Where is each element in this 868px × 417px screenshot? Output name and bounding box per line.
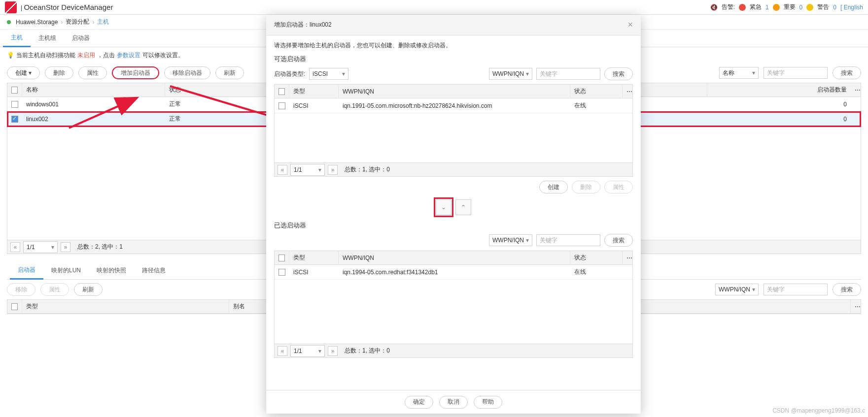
available-title: 可选启动器	[274, 55, 633, 64]
search-button[interactable]: 搜索	[833, 66, 861, 79]
select-all-checkbox[interactable]	[11, 87, 18, 94]
remove-initiator-button[interactable]: 移除启动器	[164, 66, 210, 79]
detail-search-button[interactable]: 搜索	[833, 283, 861, 296]
status-dot-icon	[7, 20, 11, 24]
modal-props-button[interactable]: 属性	[604, 181, 633, 193]
detail-props-button[interactable]: 属性	[40, 283, 69, 296]
col-name[interactable]: 名称	[22, 83, 165, 97]
page-last-button[interactable]: »	[328, 346, 338, 356]
lang-switch[interactable]: [ English	[840, 4, 863, 11]
crumb-lvl2[interactable]: 主机	[97, 18, 109, 26]
critical-label: 紧急	[750, 3, 762, 11]
avail-filter-select[interactable]: WWPN/IQN▾	[489, 68, 532, 80]
dialog-desc: 请选择要增加给主机的启动器，您也可以创建、删除或修改启动器。	[274, 41, 633, 50]
page-first-button[interactable]: «	[278, 165, 287, 175]
crumb-lvl1[interactable]: 资源分配	[66, 18, 89, 26]
selected-title: 已选启动器	[274, 221, 633, 230]
delete-button[interactable]: 删除	[45, 66, 73, 79]
tab-host[interactable]: 主机	[3, 30, 31, 47]
detail-refresh-button[interactable]: 刷新	[74, 283, 103, 296]
tab-detail-path[interactable]: 路径信息	[134, 262, 174, 280]
row-checkbox[interactable]	[11, 101, 18, 108]
select-all-checkbox[interactable]	[11, 303, 18, 310]
col-type[interactable]: 类型	[22, 300, 229, 314]
sel-filter-input[interactable]: 关键字	[536, 234, 600, 246]
tab-detail-snap[interactable]: 映射的快照	[89, 262, 134, 280]
col-menu-icon[interactable]: ⋯	[623, 85, 632, 98]
col-menu-icon[interactable]: ⋯	[851, 83, 861, 97]
dialog-header: 增加启动器：linux002 ×	[266, 15, 641, 35]
selected-grid: 类型 WWPN/IQN 状态 ⋯ iSCSI iqn.1994-05.com.r…	[274, 251, 633, 358]
avail-search-button[interactable]: 搜索	[604, 67, 633, 80]
page-last-button[interactable]: »	[328, 165, 338, 175]
alarm-label: 告警:	[722, 3, 735, 11]
detail-remove-button[interactable]: 移除	[7, 283, 35, 296]
major-label: 重要	[784, 3, 796, 11]
available-grid: 类型 WWPN/IQN 状态 ⋯ iSCSI iqn.1991-05.com.m…	[274, 84, 633, 177]
warning-icon[interactable]	[806, 4, 813, 11]
move-down-button[interactable]: ⌄	[436, 199, 451, 215]
close-icon[interactable]: ×	[627, 20, 633, 30]
row-checkbox[interactable]	[278, 102, 285, 109]
warning-label: 警告	[817, 3, 829, 11]
col-initcount[interactable]: 启动器数量	[707, 83, 851, 97]
modal-create-button[interactable]: 创建	[539, 181, 568, 193]
pager-summary: 总数：2, 选中：1	[77, 243, 123, 251]
row-checkbox[interactable]	[11, 116, 18, 123]
help-button[interactable]: 帮助	[474, 396, 502, 409]
watermark: CSDN @mapengpeng1999@163.c	[772, 407, 865, 414]
detail-filter-input[interactable]: 关键字	[764, 284, 828, 295]
filter-field-select[interactable]: 名称▾	[719, 67, 759, 79]
create-button[interactable]: 创建 ▾	[7, 66, 40, 79]
huawei-logo-icon	[5, 1, 17, 13]
tab-detail-initiator[interactable]: 启动器	[10, 262, 43, 280]
avail-filter-input[interactable]: 关键字	[536, 68, 600, 80]
sel-filter-select[interactable]: WWPN/IQN▾	[489, 234, 532, 246]
tab-detail-lun[interactable]: 映射的LUN	[43, 262, 89, 280]
major-count[interactable]: 0	[799, 4, 803, 11]
cancel-button[interactable]: 取消	[439, 396, 468, 409]
page-select[interactable]: 1/1▾	[23, 241, 58, 253]
page-first-button[interactable]: «	[278, 346, 287, 356]
page-last-button[interactable]: »	[61, 242, 70, 252]
type-label: 启动器类型:	[274, 70, 305, 78]
refresh-button[interactable]: 刷新	[215, 66, 244, 79]
critical-count[interactable]: 1	[765, 4, 769, 11]
critical-icon[interactable]	[739, 4, 746, 11]
detail-filter-select[interactable]: WWPN/IQN▾	[715, 284, 759, 295]
table-row[interactable]: iSCSI iqn.1994-05.com.redhat:f341342db1 …	[275, 265, 632, 280]
modal-delete-button[interactable]: 删除	[572, 181, 600, 193]
app-header: | OceanStor DeviceManager 🔇 告警: 紧急 1 重要 …	[0, 0, 868, 15]
dialog-title: 增加启动器：linux002	[274, 21, 332, 29]
major-icon[interactable]	[773, 4, 780, 11]
page-first-button[interactable]: «	[10, 242, 20, 252]
select-all-checkbox[interactable]	[278, 88, 285, 95]
sel-search-button[interactable]: 搜索	[604, 234, 633, 247]
filter-input[interactable]: 关键字	[764, 67, 828, 79]
tab-initiator[interactable]: 启动器	[64, 30, 98, 47]
page-select[interactable]: 1/1▾	[290, 345, 325, 357]
table-row[interactable]: iSCSI iqn.1991-05.com.microsoft:nb-hz202…	[275, 98, 632, 113]
ok-button[interactable]: 确定	[405, 396, 433, 409]
crumb-root[interactable]: Huawei.Storage	[16, 19, 58, 26]
row-checkbox[interactable]	[278, 269, 285, 276]
page-select[interactable]: 1/1▾	[290, 164, 325, 176]
warning-count[interactable]: 0	[833, 4, 836, 11]
bulb-icon: 💡	[7, 52, 14, 59]
col-menu-icon[interactable]: ⋯	[623, 251, 632, 265]
param-settings-link[interactable]: 参数设置	[117, 51, 140, 60]
add-initiator-dialog: 增加启动器：linux002 × 请选择要增加给主机的启动器，您也可以创建、删除…	[266, 15, 641, 414]
move-up-button[interactable]: ⌃	[455, 199, 471, 215]
add-initiator-button[interactable]: 增加启动器	[112, 66, 159, 79]
col-menu-icon[interactable]: ⋯	[851, 300, 861, 314]
app-title: | OceanStor DeviceManager	[21, 3, 113, 11]
initiator-type-select[interactable]: iSCSI▾	[309, 68, 348, 80]
select-all-checkbox[interactable]	[278, 255, 285, 261]
props-button[interactable]: 属性	[78, 66, 107, 79]
speaker-icon[interactable]: 🔇	[710, 4, 718, 11]
tab-hostgroup[interactable]: 主机组	[31, 30, 64, 47]
